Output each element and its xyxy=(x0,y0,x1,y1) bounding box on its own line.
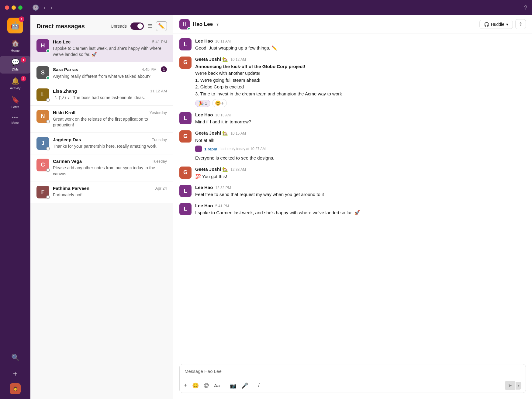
video-button[interactable]: 📷 xyxy=(230,382,237,389)
dm-avatar-wrap: J xyxy=(36,137,49,150)
message-time: 10:13 AM xyxy=(215,113,231,117)
status-dot xyxy=(46,76,50,80)
message-avatar: G xyxy=(179,167,192,179)
message-header: Lee Hao 10:13 AM xyxy=(195,112,526,117)
traffic-lights xyxy=(5,5,22,10)
dm-content: Carmen Vega Tuesday Please add any other… xyxy=(53,159,167,177)
reaction-emoji: 🎉 xyxy=(199,101,204,106)
message-input-box: + 😊 @ Aa 📷 🎤 / ➤ ▾ xyxy=(179,364,526,393)
message-sender: Lee Hao xyxy=(195,203,213,208)
chat-header-right: 🎧 Huddle ▾ ⇧ xyxy=(479,19,526,29)
emoji-button[interactable]: 😊 xyxy=(192,382,199,389)
message-text: Mind if I add it in tomorrow? xyxy=(195,119,526,126)
list-item[interactable]: N Nikki Kroll Yesterday Great work on th… xyxy=(30,106,173,133)
dm-name: Jagdeep Das xyxy=(53,137,81,142)
message-group: L Lee Hao 10:13 AM Mind if I add it in t… xyxy=(179,112,526,126)
list-item[interactable]: C Carmen Vega Tuesday Please add any oth… xyxy=(30,154,173,181)
send-button[interactable]: ➤ xyxy=(505,381,515,390)
forward-button[interactable]: › xyxy=(50,5,52,11)
sidebar-item-activity[interactable]: 🔔 Activity 2 xyxy=(0,75,30,92)
unreads-toggle[interactable] xyxy=(130,22,144,30)
headphones-icon: 🎧 xyxy=(484,22,489,27)
dm-panel: Direct messages Unreads ☰ ✏️ H Hao L xyxy=(30,15,173,399)
message-content: Lee Hao 10:13 AM Mind if I add it in tom… xyxy=(195,112,526,126)
fullscreen-button[interactable] xyxy=(18,5,22,10)
list-item[interactable]: L Lisa Zhang 11:12 AM ¯\_(ツ)_/¯ The boss… xyxy=(30,84,173,106)
huddle-chevron-icon: ▾ xyxy=(506,22,508,27)
dm-name: Nikki Kroll xyxy=(53,110,75,115)
dms-icon: 💬 xyxy=(11,58,19,66)
status-dot xyxy=(46,98,50,102)
list-item[interactable]: F Fathima Parveen Apr 24 Fortunately not… xyxy=(30,181,173,203)
reaction-pill[interactable]: 🎉 1 xyxy=(195,100,210,107)
chat-area: H Hao Lee ▾ 🎧 Huddle ▾ ⇧ L xyxy=(173,15,532,399)
audio-button[interactable]: 🎤 xyxy=(241,382,248,389)
dm-time: 11:12 AM xyxy=(150,89,167,93)
chevron-down-icon[interactable]: ▾ xyxy=(216,22,219,27)
share-button[interactable]: ⇧ xyxy=(515,19,526,29)
status-dot xyxy=(46,168,50,172)
sidebar-item-more[interactable]: ••• More xyxy=(0,112,30,127)
dm-avatar-wrap: F xyxy=(36,186,49,198)
message-content: Geeta Joshi 🏡 10:15 AM Not at all! 1 rep… xyxy=(195,130,526,162)
user-avatar[interactable]: 👩 xyxy=(10,383,21,394)
list-item[interactable]: H Hao Lee 5:41 PM I spoke to Carmen last… xyxy=(30,35,173,62)
mention-button[interactable]: @ xyxy=(204,382,209,389)
dm-preview: Great work on the release of the first a… xyxy=(53,116,167,128)
message-time: 10:11 AM xyxy=(215,39,231,43)
reaction-bar: 🎉 1 😊+ xyxy=(195,99,526,107)
attach-button[interactable]: + xyxy=(184,382,187,389)
slash-command-button[interactable]: / xyxy=(258,382,260,389)
message-text: Not at all! xyxy=(195,137,526,144)
message-input-area: + 😊 @ Aa 📷 🎤 / ➤ ▾ xyxy=(173,360,532,399)
dm-top: Lisa Zhang 11:12 AM xyxy=(53,88,167,94)
sidebar-item-dms[interactable]: 💬 DMs 1 xyxy=(0,56,30,74)
message-header: Lee Hao 5:41 PM xyxy=(195,203,526,208)
user-avatar-placeholder: 👩 xyxy=(10,383,21,394)
send-dropdown-button[interactable]: ▾ xyxy=(516,382,521,390)
sidebar-item-label-dms: DMs xyxy=(12,67,19,71)
reply-thread[interactable]: 1 reply Last reply today at 10:27 AM xyxy=(195,146,526,152)
dm-name: Hao Lee xyxy=(53,39,71,44)
compose-icon[interactable]: ✏️ xyxy=(156,21,167,31)
huddle-button[interactable]: 🎧 Huddle ▾ xyxy=(479,20,513,29)
minimize-button[interactable] xyxy=(12,5,16,10)
reaction-count: 1 xyxy=(205,101,207,105)
dm-content: Lisa Zhang 11:12 AM ¯\_(ツ)_/¯ The boss h… xyxy=(53,88,167,101)
help-icon[interactable]: ? xyxy=(524,5,527,11)
app-layout: 🤖 1 🏠 Home 💬 DMs 1 🔔 Activity 2 🔖 Later … xyxy=(0,15,532,399)
dm-top: Fathima Parveen Apr 24 xyxy=(53,186,167,191)
add-reaction-button[interactable]: 😊+ xyxy=(212,99,226,107)
message-time: 12:33 AM xyxy=(230,167,246,172)
message-input[interactable] xyxy=(180,364,526,378)
sidebar-item-label-activity: Activity xyxy=(10,86,21,90)
back-button[interactable]: ‹ xyxy=(44,5,46,11)
add-nav-item[interactable]: + xyxy=(10,366,21,381)
dm-avatar-wrap: C xyxy=(36,159,49,171)
list-item[interactable]: S Sara Parras 4:45 PM 1 Anything really … xyxy=(30,62,173,84)
search-nav-item[interactable]: 🔍 xyxy=(10,351,21,364)
message-avatar: L xyxy=(179,185,192,197)
sidebar-item-label-more: More xyxy=(11,121,19,125)
filter-icon[interactable]: ☰ xyxy=(147,23,152,29)
toolbar-divider xyxy=(225,383,225,389)
list-item[interactable]: J Jagdeep Das Tuesday Thanks for your pa… xyxy=(30,133,173,154)
close-button[interactable] xyxy=(5,5,9,10)
history-icon[interactable]: 🕐 xyxy=(32,4,39,11)
message-avatar: G xyxy=(179,130,192,143)
message-text: Feel free to send that request my way wh… xyxy=(195,191,526,198)
sidebar-item-later[interactable]: 🔖 Later xyxy=(0,94,30,111)
activity-icon: 🔔 xyxy=(11,77,19,85)
dm-name: Sara Parras xyxy=(53,67,78,72)
chat-status-dot xyxy=(187,27,190,30)
workspace-switcher[interactable]: 🤖 1 xyxy=(7,18,23,33)
dm-header: Direct messages Unreads ☰ ✏️ xyxy=(30,15,173,35)
reply-count: 1 reply xyxy=(204,147,217,151)
sidebar-item-home[interactable]: 🏠 Home xyxy=(0,37,30,55)
status-dot xyxy=(46,49,50,53)
unreads-label: Unreads xyxy=(111,24,127,29)
send-btn-group: ➤ ▾ xyxy=(505,381,521,390)
message-header: Lee Hao 12:32 PM xyxy=(195,185,526,190)
text-format-button[interactable]: Aa xyxy=(214,383,220,388)
dm-top: Carmen Vega Tuesday xyxy=(53,159,167,164)
